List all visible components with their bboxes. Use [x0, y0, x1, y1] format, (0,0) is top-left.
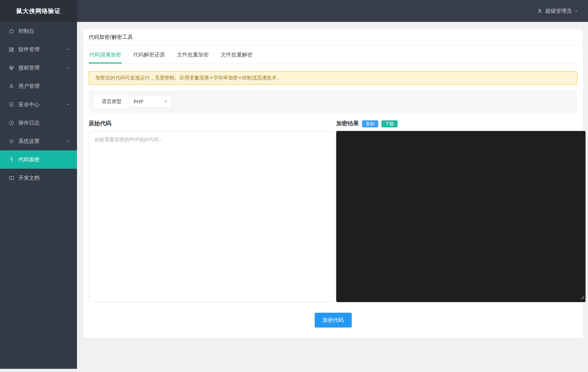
user-icon — [8, 83, 14, 89]
sidebar-item-security[interactable]: 安全中心 — [0, 95, 77, 114]
brand-title: 鼠大侠网络验证 — [16, 7, 61, 15]
sidebar: 控制台 软件管理 授权管理 用户管理 — [0, 22, 77, 369]
source-code-input[interactable] — [89, 131, 335, 302]
sidebar-item-software[interactable]: 软件管理 — [0, 40, 77, 59]
sidebar-item-label: 系统设置 — [18, 138, 66, 145]
result-title: 加密结果 — [336, 120, 359, 127]
sidebar-item-logs[interactable]: 操作日志 — [0, 114, 77, 132]
language-form-item: 语言类型 PHP — [94, 95, 172, 108]
chevron-down-icon — [574, 9, 579, 13]
tab-batch-decrypt[interactable]: 文件批量解密 — [220, 51, 253, 63]
tool-card: 代码加密/解密工具 代码混淆加密 代码解密还原 文件批量加密 文件批量解密 加密… — [83, 29, 583, 338]
language-select-value: PHP — [133, 99, 143, 104]
tabs-bar: 代码混淆加密 代码解密还原 文件批量加密 文件批量解密 — [89, 51, 577, 64]
user-label: 超级管理员 — [545, 8, 572, 14]
page-title: 代码加密/解密工具 — [89, 34, 133, 41]
sidebar-item-dashboard[interactable]: 控制台 — [0, 22, 77, 40]
sidebar-item-code-encrypt[interactable]: 代码加密 — [0, 150, 77, 169]
gear-icon — [8, 138, 14, 144]
clock-icon — [8, 120, 14, 126]
sidebar-item-settings[interactable]: 系统设置 — [0, 132, 77, 150]
tab-code-decrypt[interactable]: 代码解密还原 — [132, 51, 166, 63]
result-pane — [336, 131, 586, 302]
chevron-down-icon — [66, 102, 70, 107]
app-logo: 鼠大侠网络验证 — [0, 0, 77, 22]
book-icon — [8, 175, 14, 181]
encrypt-button[interactable]: 加密代码 — [315, 313, 352, 328]
gem-icon — [8, 65, 14, 71]
grid-icon — [8, 46, 14, 53]
card-header: 代码加密/解密工具 — [83, 29, 583, 45]
sidebar-item-label: 代码加密 — [18, 156, 70, 163]
source-title: 原始代码 — [89, 120, 111, 127]
sidebar-item-users[interactable]: 用户管理 — [0, 77, 77, 95]
sidebar-item-label: 安全中心 — [18, 101, 66, 108]
resize-handle[interactable] — [580, 294, 584, 301]
info-alert: 加密后的代码可直接运行，无需密钥。采用变量混淆+字符串加密+控制流混淆技术。 — [89, 71, 577, 85]
user-menu[interactable]: 超级管理员 — [537, 8, 579, 14]
editor-panes — [89, 131, 586, 302]
sidebar-item-label: 软件管理 — [18, 46, 66, 53]
shield-check-icon — [8, 101, 14, 108]
tab-batch-encrypt[interactable]: 文件批量加密 — [176, 51, 209, 63]
pane-headers: 原始代码 加密结果 复制 下载 — [89, 120, 577, 127]
alert-text: 加密后的代码可直接运行，无需密钥。采用变量混淆+字符串加密+控制流混淆技术。 — [95, 75, 281, 81]
language-label: 语言类型 — [94, 95, 129, 108]
sidebar-item-label: 开发文档 — [18, 175, 70, 181]
chevron-down-icon — [66, 47, 70, 52]
language-select[interactable]: PHP — [129, 95, 172, 108]
download-button[interactable]: 下载 — [381, 120, 398, 127]
chevron-down-icon — [66, 66, 70, 70]
encrypted-result-output[interactable] — [336, 131, 586, 302]
topbar: 超级管理员 — [77, 0, 588, 22]
sidebar-item-label: 操作日志 — [18, 120, 70, 126]
copy-button[interactable]: 复制 — [362, 120, 378, 127]
chevron-down-icon — [66, 139, 70, 143]
caret-down-icon — [164, 101, 167, 103]
user-icon — [537, 8, 543, 14]
tab-code-obfuscate[interactable]: 代码混淆加密 — [89, 51, 122, 63]
main-content: 代码加密/解密工具 代码混淆加密 代码解密还原 文件批量加密 文件批量解密 加密… — [77, 22, 588, 372]
sidebar-item-license[interactable]: 授权管理 — [0, 59, 77, 77]
sidebar-item-label: 控制台 — [18, 28, 70, 35]
key-icon — [8, 156, 14, 163]
home-icon — [8, 28, 14, 34]
form-panel: 语言类型 PHP — [89, 90, 577, 113]
sidebar-item-label: 授权管理 — [18, 65, 66, 71]
sidebar-item-label: 用户管理 — [18, 83, 70, 90]
sidebar-item-docs[interactable]: 开发文档 — [0, 169, 77, 187]
